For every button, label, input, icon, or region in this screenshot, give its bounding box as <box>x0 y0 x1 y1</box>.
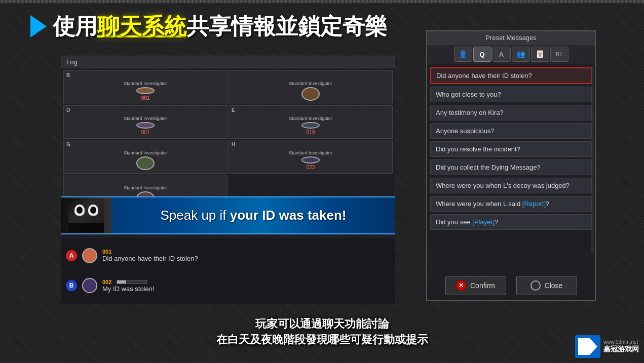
character-portrait <box>61 196 111 234</box>
watermark-logo-inner <box>578 338 597 355</box>
preset-message-3[interactable]: Any testimony on Kira? <box>430 105 592 120</box>
preset-scrollbar[interactable] <box>591 66 594 253</box>
player-card-e: E Standard Investigator 019 <box>229 105 393 139</box>
close-button[interactable]: Close <box>516 276 577 295</box>
preset-message-8[interactable]: Where were you when L said [Report]? <box>430 196 592 212</box>
preset-messages-list: Did anyone have their ID stolen? Who got… <box>427 64 595 233</box>
preset-message-4[interactable]: Anyone suspicious? <box>430 123 592 139</box>
log-content-grid: B Standard Investigator 001 Standard Inv… <box>61 68 395 210</box>
right-pupil <box>90 207 96 214</box>
watermark-area: www.03mm.net 嘉冠游戏网 <box>575 335 639 358</box>
avatar-d <box>136 122 155 129</box>
preset-tab-person[interactable]: 👤 <box>454 47 472 62</box>
left-pupil <box>77 207 83 214</box>
badge-a: A <box>66 250 77 261</box>
chat-content-a: 001 Did anyone have their ID stolen? <box>102 249 390 262</box>
preset-message-7[interactable]: Where were you when L's decoy was judged… <box>430 178 592 193</box>
preset-message-1[interactable]: Did anyone have their ID stolen? <box>430 67 592 84</box>
preset-tabs-row: 👤 Q A 👥 🃏 R1 <box>427 45 595 64</box>
character-face <box>68 198 104 233</box>
o-button-icon <box>531 280 541 291</box>
avatar-top-right <box>301 87 320 101</box>
preset-message-5[interactable]: Did you resolve the incident? <box>430 141 592 157</box>
subtitle-line-1: 玩家可以通過聊天功能討論 <box>0 316 644 332</box>
preset-tab-q[interactable]: Q <box>473 47 491 62</box>
page-title: 使用聊天系統共享情報並鎖定奇樂 <box>53 15 387 37</box>
preset-tab-group[interactable]: 👥 <box>512 47 530 62</box>
player-card-top-right: Standard Investigator <box>229 70 393 104</box>
character-eyes <box>72 205 100 216</box>
watermark-logo <box>575 335 600 358</box>
top-border <box>0 0 644 3</box>
chat-row-b: B 002 My ID was stolen! <box>66 278 390 293</box>
watermark-text: www.03mm.net 嘉冠游戏网 <box>603 339 639 354</box>
avatar-b-small <box>82 278 97 293</box>
message-highlight-banner: Speak up if your ID was taken! <box>61 196 395 234</box>
preset-panel-header: Preset Messages <box>427 31 595 45</box>
preset-message-9[interactable]: Did you see [Player]? <box>430 214 592 230</box>
preset-tab-card[interactable]: 🃏 <box>531 47 549 62</box>
message-text-area: Speak up if your ID was taken! <box>111 208 395 223</box>
avatar-a-small <box>82 248 97 263</box>
badge-b: B <box>66 280 77 291</box>
subtitle-line-2: 在白天及夜晚階段發現哪些可疑行動或提示 <box>0 332 644 348</box>
confirm-button[interactable]: ✕ Confirm <box>445 276 506 295</box>
avatar-g <box>136 156 155 170</box>
player-card-h: H Standard Investigator 023 <box>229 140 393 174</box>
player-card-g: G Standard Investigator <box>63 140 228 174</box>
avatar-h <box>301 156 320 164</box>
chat-row-a: A 001 Did anyone have their ID stolen? <box>66 248 390 263</box>
progress-bar <box>117 280 147 284</box>
face-lower <box>68 223 104 233</box>
progress-fill <box>117 280 126 284</box>
preset-tab-a[interactable]: A <box>493 47 511 62</box>
x-button-icon: ✕ <box>456 280 466 291</box>
avatar-e <box>301 122 320 129</box>
message-main-text: Speak up if your ID was taken! <box>160 208 346 223</box>
right-eye <box>88 205 98 216</box>
avatar-b <box>136 87 155 94</box>
preset-messages-panel: Preset Messages 👤 Q A 👥 🃏 R1 Did anyone … <box>426 30 596 301</box>
left-eye <box>74 205 85 216</box>
log-header: Log <box>61 56 395 68</box>
preset-message-6[interactable]: Did you collect the Dying Message? <box>430 159 592 175</box>
bottom-subtitle-area: 玩家可以通過聊天功能討論 在白天及夜晚階段發現哪些可疑行動或提示 <box>0 316 644 348</box>
title-arrow-icon <box>30 15 47 37</box>
preset-message-2[interactable]: Who got close to you? <box>430 87 592 102</box>
player-card-d: D Standard Investigator 001 <box>63 105 228 139</box>
chat-content-b: 002 My ID was stolen! <box>102 279 390 293</box>
preset-tab-r1[interactable]: R1 <box>550 47 569 62</box>
chat-log-area: A 001 Did anyone have their ID stolen? B… <box>61 237 395 304</box>
player-card-b: B Standard Investigator 001 <box>63 70 228 104</box>
preset-action-buttons: ✕ Confirm Close <box>427 276 595 295</box>
